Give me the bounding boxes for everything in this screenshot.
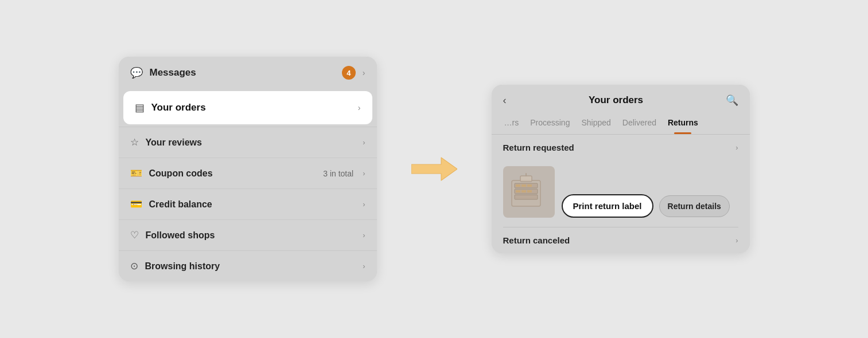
messages-row[interactable]: 💬 Messages 4 ›: [119, 57, 377, 89]
return-details-button[interactable]: Return details: [659, 195, 730, 217]
menu-item-history[interactable]: ⊙ Browsing history ›: [119, 250, 377, 281]
orders-header: ‹ Your orders 🔍: [492, 85, 750, 112]
reviews-label: Your reviews: [146, 137, 356, 148]
coupons-meta: 3 in total: [323, 169, 353, 178]
menu-item-coupons[interactable]: 🎫 Coupon codes 3 in total ›: [119, 158, 377, 188]
print-return-label-button[interactable]: Print return label: [562, 194, 653, 218]
product-image: [503, 166, 555, 218]
tab-orders[interactable]: …rs: [499, 112, 525, 134]
left-panel: 💬 Messages 4 › ▤ Your orders › ☆ Your re…: [119, 57, 377, 281]
reviews-icon: ☆: [130, 136, 139, 148]
arrow-icon: [411, 155, 457, 183]
tab-processing[interactable]: Processing: [524, 112, 575, 134]
coupons-chevron-icon: ›: [363, 169, 365, 178]
return-requested-chevron-icon: ›: [735, 143, 738, 152]
svg-rect-5: [520, 176, 532, 182]
messages-label: Messages: [150, 67, 335, 78]
tab-returns[interactable]: Returns: [662, 112, 704, 134]
messages-chevron-icon: ›: [363, 68, 365, 77]
arrow-container: [411, 155, 457, 183]
your-orders-icon: ▤: [135, 101, 145, 114]
your-orders-label: Your orders: [151, 102, 351, 113]
menu-item-credit[interactable]: 💳 Credit balance ›: [119, 188, 377, 219]
shops-chevron-icon: ›: [363, 231, 365, 239]
coupons-label: Coupon codes: [149, 168, 317, 179]
search-icon[interactable]: 🔍: [726, 94, 738, 107]
history-icon: ⊙: [130, 260, 138, 272]
right-panel: ‹ Your orders 🔍 …rs Processing Shipped D…: [492, 85, 750, 253]
return-canceled-chevron-icon: ›: [735, 236, 738, 245]
orders-title: Your orders: [511, 95, 721, 106]
your-orders-row[interactable]: ▤ Your orders ›: [123, 91, 372, 124]
svg-rect-7: [516, 184, 520, 187]
svg-rect-8: [521, 184, 526, 187]
tab-delivered[interactable]: Delivered: [617, 112, 662, 134]
menu-item-reviews[interactable]: ☆ Your reviews ›: [119, 127, 377, 158]
svg-rect-11: [521, 190, 526, 192]
action-buttons: Print return label Return details: [562, 194, 730, 218]
shops-label: Followed shops: [146, 230, 356, 241]
return-canceled-header[interactable]: Return canceled ›: [492, 227, 750, 253]
history-label: Browsing history: [145, 261, 356, 272]
credit-icon: 💳: [130, 198, 142, 210]
messages-badge: 4: [342, 66, 356, 80]
tabs-row: …rs Processing Shipped Delivered Returns: [492, 112, 750, 135]
return-canceled-label: Return canceled: [503, 235, 736, 245]
product-box-icon: [506, 169, 552, 215]
coupons-icon: 🎫: [130, 167, 142, 179]
credit-chevron-icon: ›: [363, 200, 365, 209]
svg-rect-12: [527, 190, 532, 192]
menu-item-shops[interactable]: ♡ Followed shops ›: [119, 219, 377, 250]
credit-label: Credit balance: [149, 199, 356, 210]
product-area: Print return label Return details: [492, 160, 750, 227]
return-requested-header[interactable]: Return requested ›: [492, 135, 750, 160]
your-orders-chevron-icon: ›: [358, 103, 361, 112]
history-chevron-icon: ›: [363, 262, 365, 270]
svg-rect-4: [515, 195, 538, 199]
tab-shipped[interactable]: Shipped: [575, 112, 616, 134]
messages-icon: 💬: [130, 66, 143, 79]
shops-icon: ♡: [130, 229, 139, 241]
svg-marker-0: [411, 158, 457, 180]
reviews-chevron-icon: ›: [363, 138, 365, 147]
svg-rect-10: [516, 190, 520, 192]
svg-rect-9: [527, 184, 532, 187]
return-requested-label: Return requested: [503, 143, 736, 152]
back-button[interactable]: ‹: [503, 95, 507, 107]
